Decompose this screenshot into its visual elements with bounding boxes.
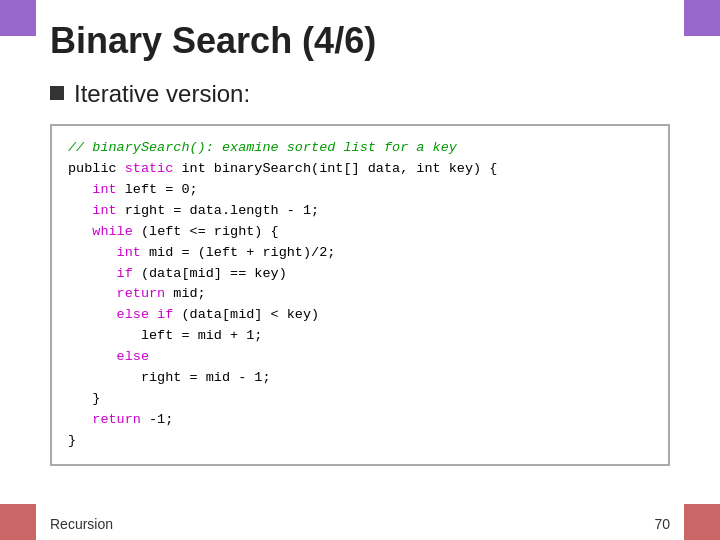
code-line-8: return mid; bbox=[68, 284, 652, 305]
code-line-9: else if (data[mid] < key) bbox=[68, 305, 652, 326]
corner-top-right bbox=[684, 0, 720, 36]
code-line-7: if (data[mid] == key) bbox=[68, 264, 652, 285]
code-line-12: right = mid - 1; bbox=[68, 368, 652, 389]
code-line-11: else bbox=[68, 347, 652, 368]
code-line-15: } bbox=[68, 431, 652, 452]
footer: Recursion 70 bbox=[50, 516, 670, 532]
code-line-5: while (left <= right) { bbox=[68, 222, 652, 243]
bullet-text: Iterative version: bbox=[74, 80, 250, 108]
code-line-14: return -1; bbox=[68, 410, 652, 431]
code-line-3: int left = 0; bbox=[68, 180, 652, 201]
slide-title: Binary Search (4/6) bbox=[50, 20, 670, 62]
code-line-1: // binarySearch(): examine sorted list f… bbox=[68, 138, 652, 159]
footer-left: Recursion bbox=[50, 516, 113, 532]
code-line-13: } bbox=[68, 389, 652, 410]
code-line-4: int right = data.length - 1; bbox=[68, 201, 652, 222]
bullet-icon bbox=[50, 86, 64, 100]
code-block: // binarySearch(): examine sorted list f… bbox=[50, 124, 670, 466]
bullet-iterative: Iterative version: bbox=[50, 80, 670, 108]
code-line-6: int mid = (left + right)/2; bbox=[68, 243, 652, 264]
corner-bottom-right bbox=[684, 504, 720, 540]
code-line-10: left = mid + 1; bbox=[68, 326, 652, 347]
code-line-2: public static int binarySearch(int[] dat… bbox=[68, 159, 652, 180]
corner-bottom-left bbox=[0, 504, 36, 540]
footer-right: 70 bbox=[654, 516, 670, 532]
corner-top-left bbox=[0, 0, 36, 36]
